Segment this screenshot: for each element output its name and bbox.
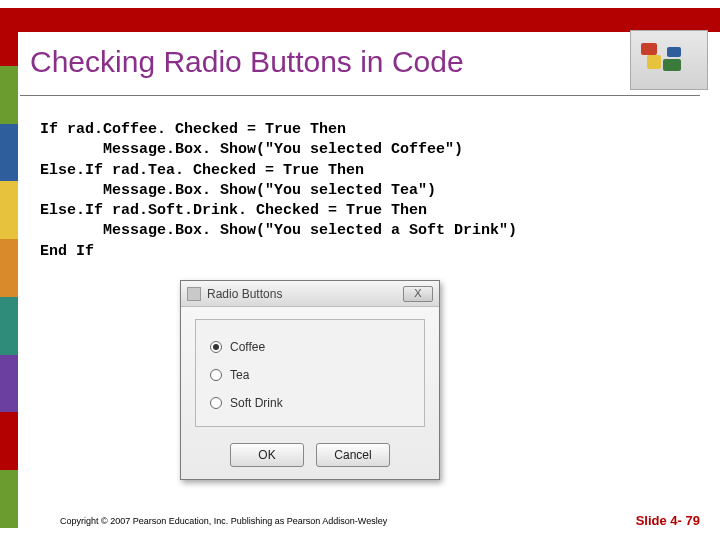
radio-icon <box>210 341 222 353</box>
radio-group: Coffee Tea Soft Drink <box>195 319 425 427</box>
cancel-button[interactable]: Cancel <box>316 443 390 467</box>
code-sample: If rad.Coffee. Checked = True Then Messa… <box>40 120 517 262</box>
radio-icon <box>210 369 222 381</box>
radio-option-tea[interactable]: Tea <box>210 368 410 382</box>
book-cover-thumbnail <box>630 30 708 90</box>
top-accent-bar <box>0 8 720 32</box>
radio-option-softdrink[interactable]: Soft Drink <box>210 396 410 410</box>
title-underline <box>20 95 700 96</box>
radio-option-coffee[interactable]: Coffee <box>210 340 410 354</box>
ok-button[interactable]: OK <box>230 443 304 467</box>
radio-label: Tea <box>230 368 249 382</box>
sample-dialog-window: Radio Buttons X Coffee Tea Soft Drink OK… <box>180 280 440 480</box>
radio-label: Coffee <box>230 340 265 354</box>
copyright-text: Copyright © 2007 Pearson Education, Inc.… <box>60 516 387 526</box>
window-icon <box>187 287 201 301</box>
slide-number: Slide 4- 79 <box>636 513 700 528</box>
close-button[interactable]: X <box>403 286 433 302</box>
dialog-titlebar: Radio Buttons X <box>181 281 439 307</box>
slide-title: Checking Radio Buttons in Code <box>30 45 464 79</box>
dialog-title: Radio Buttons <box>207 287 403 301</box>
radio-icon <box>210 397 222 409</box>
dialog-button-row: OK Cancel <box>181 437 439 479</box>
left-color-stripe <box>0 8 18 528</box>
radio-label: Soft Drink <box>230 396 283 410</box>
